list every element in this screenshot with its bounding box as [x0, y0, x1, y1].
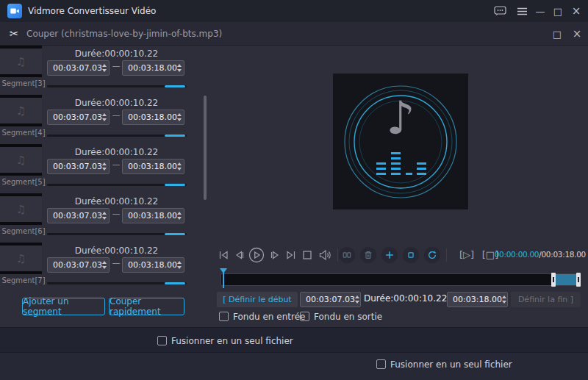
segment-thumbnail[interactable]: ♫	[0, 95, 42, 126]
fade-out-label: Fondu en sortie	[314, 312, 382, 322]
spinner-icon[interactable]	[102, 261, 107, 269]
maximize-button[interactable]: □	[550, 0, 566, 22]
skip-start-icon[interactable]	[218, 249, 229, 261]
segment-thumbnail[interactable]: ♫	[0, 46, 42, 77]
app-title: Vidmore Convertisseur Vidéo	[28, 0, 156, 22]
set-start-button[interactable]: [ Définir le début	[217, 292, 298, 307]
segment-thumbnail[interactable]: ♫	[0, 193, 42, 225]
step-back-icon[interactable]	[234, 249, 245, 261]
main-footer: Enregistrer: D:\Vidmore\Vidmore Co...sse…	[0, 352, 588, 380]
delete-segment-button[interactable]	[360, 247, 376, 263]
split-button[interactable]	[339, 247, 355, 263]
equalizer-bar	[391, 157, 401, 159]
segment-range-slider[interactable]	[47, 135, 187, 137]
timeline-selection[interactable]	[556, 274, 576, 285]
trim-duration-label: Durée:00:00:10.22	[364, 293, 445, 304]
selection-start-handle[interactable]	[551, 273, 556, 287]
equalizer-bar	[391, 173, 401, 175]
fade-in-checkbox[interactable]	[219, 312, 229, 321]
segment-row: ♫ Segment[6] Durée:00:00:10.22 00:03:07.…	[0, 193, 209, 243]
segment-start-input[interactable]: 00:03:07.03	[47, 257, 110, 273]
segment-range-slider[interactable]	[47, 233, 187, 235]
segment-row: ♫ Segment[3] Durée:00:00:10.22 00:03:07.…	[0, 46, 209, 95]
segment-end-input[interactable]: 00:03:18.00	[122, 60, 184, 76]
current-time: 00:00:00.00	[495, 250, 539, 259]
volume-icon[interactable]	[319, 249, 332, 261]
dialog-maximize-button[interactable]: □	[548, 22, 566, 46]
quick-cut-button[interactable]: Couper rapidement	[109, 298, 184, 315]
footer-merge-label: Fusionner en un seul fichier	[390, 359, 512, 370]
spinner-icon[interactable]	[177, 162, 182, 171]
reset-button[interactable]	[424, 247, 440, 263]
segment-label: Segment[3]	[0, 79, 47, 87]
segment-duration: Durée:00:00:10.22	[46, 49, 187, 59]
stop-icon[interactable]	[303, 251, 312, 259]
music-note-icon: ♫	[16, 104, 26, 118]
title-bar: Vidmore Convertisseur Vidéo — □ ×	[0, 0, 588, 22]
range-dash: —	[111, 159, 121, 169]
segment-end-input[interactable]: 00:03:18.00	[122, 110, 184, 125]
spinner-icon[interactable]	[102, 162, 107, 171]
segment-thumbnail[interactable]: ♫	[0, 144, 42, 176]
equalizer-bar	[391, 162, 401, 165]
music-note-icon: ♫	[16, 252, 26, 265]
segment-range-slider[interactable]	[47, 282, 187, 284]
spinner-icon[interactable]	[177, 113, 182, 121]
divider	[446, 248, 447, 262]
skip-end-icon[interactable]	[285, 249, 297, 261]
merge-checkbox[interactable]	[157, 336, 167, 345]
range-dash: —	[111, 209, 121, 218]
segment-start-input[interactable]: 00:03:07.03	[47, 208, 110, 223]
segment-row: ♫ Segment[5] Durée:00:00:10.22 00:03:07.…	[0, 144, 209, 193]
trim-end-input[interactable]: 00:03:18.00	[447, 292, 508, 307]
segment-label: Segment[6]	[0, 227, 47, 235]
play-button[interactable]	[248, 247, 265, 263]
equalizer-bar	[417, 162, 426, 165]
merge-label: Fusionner en un seul fichier	[171, 336, 293, 346]
play-segment-button[interactable]: [▷]	[457, 248, 476, 262]
segment-thumbnail[interactable]: ♫	[0, 243, 42, 274]
fade-out-checkbox[interactable]	[300, 312, 309, 321]
add-segment-button[interactable]: Ajouter un segment	[22, 298, 105, 315]
footer-merge-checkbox[interactable]	[376, 359, 386, 369]
menu-icon[interactable]	[513, 0, 531, 22]
step-forward-icon[interactable]	[269, 249, 281, 261]
spinner-icon[interactable]	[355, 295, 359, 304]
timeline-track[interactable]	[220, 273, 581, 286]
equalizer-bar	[406, 173, 412, 175]
segment-end-input[interactable]: 00:03:18.00	[122, 257, 184, 273]
spinner-icon[interactable]	[502, 295, 506, 304]
add-segment-icon-button[interactable]	[381, 247, 398, 263]
segment-range-slider[interactable]	[47, 184, 187, 186]
segment-start-input[interactable]: 00:03:07.03	[47, 110, 110, 125]
app-window: Vidmore Convertisseur Vidéo — □ × ✂ Coup…	[0, 0, 588, 380]
total-time: /00:03:18.00	[539, 250, 586, 259]
spinner-icon[interactable]	[102, 113, 107, 121]
segment-end-input[interactable]: 00:03:18.00	[122, 208, 184, 223]
segment-row: ♫ Segment[4] Durée:00:00:10.22 00:03:07.…	[0, 95, 209, 144]
segment-range-slider[interactable]	[47, 85, 187, 87]
copy-segment-button[interactable]	[403, 247, 419, 263]
dialog-footer: 9 Segment(s)/Durée totale: 00:07:25.06 F…	[0, 327, 588, 352]
set-end-button[interactable]: Définir la fin ]	[511, 292, 581, 307]
equalizer-bar	[417, 168, 426, 170]
trim-start-input[interactable]: 00:03:07.03	[300, 292, 361, 307]
spinner-icon[interactable]	[177, 261, 182, 269]
range-dash: —	[111, 258, 121, 268]
spinner-icon[interactable]	[102, 64, 107, 72]
dialog-close-button[interactable]: ×	[568, 22, 586, 46]
equalizer-bar	[391, 168, 401, 170]
close-button[interactable]: ×	[567, 0, 585, 22]
feedback-icon[interactable]	[491, 0, 509, 22]
segments-scrollbar[interactable]	[204, 96, 207, 200]
playhead-line[interactable]	[223, 272, 224, 288]
segment-end-input[interactable]: 00:03:18.00	[122, 159, 184, 174]
selection-end-handle[interactable]	[576, 273, 581, 287]
spinner-icon[interactable]	[177, 64, 182, 72]
segment-duration: Durée:00:00:10.22	[46, 98, 187, 108]
spinner-icon[interactable]	[177, 212, 182, 220]
minimize-button[interactable]: —	[532, 0, 548, 22]
segment-start-input[interactable]: 00:03:07.03	[47, 159, 110, 174]
spinner-icon[interactable]	[102, 212, 107, 220]
segment-start-input[interactable]: 00:03:07.03	[47, 60, 110, 76]
